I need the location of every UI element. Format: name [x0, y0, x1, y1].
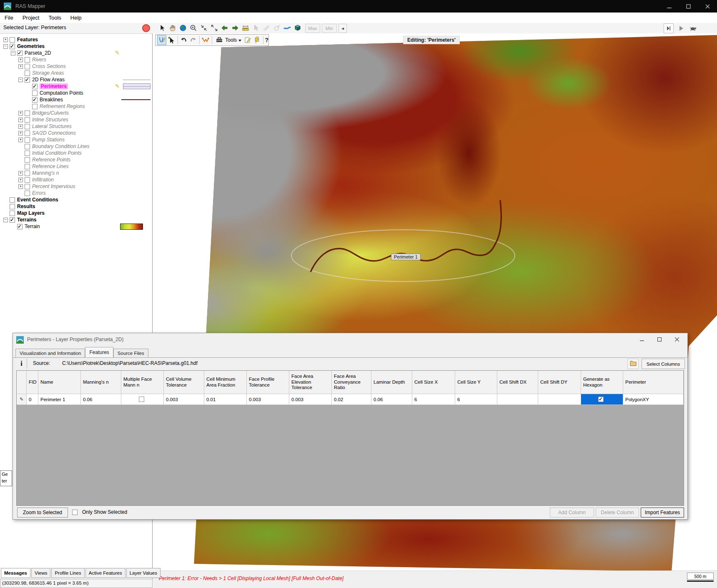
zoom-in-icon[interactable] [199, 23, 208, 33]
only-show-selected-checkbox[interactable] [72, 510, 78, 515]
column-header-cell-volume-tolerance[interactable]: Cell Volume Tolerance [164, 371, 204, 394]
cell-manning-s-n[interactable]: 0.06 [81, 394, 121, 405]
full-extent-globe-icon[interactable] [178, 23, 188, 33]
layer-checkbox[interactable] [32, 90, 38, 96]
close-icon[interactable] [698, 0, 717, 13]
layer-checkbox[interactable] [25, 137, 30, 143]
select-cursor-icon[interactable] [158, 23, 167, 33]
tree-item-map-layers[interactable]: Map Layers [0, 210, 152, 216]
tab-features[interactable]: Features [85, 347, 113, 357]
tree-item-computation-points[interactable]: Computation Points [0, 90, 152, 96]
layer-checkbox[interactable] [10, 197, 15, 203]
zoom-magnifier-icon[interactable] [189, 23, 198, 33]
tree-item-errors[interactable]: Errors [0, 190, 152, 196]
tree-item-reference-lines[interactable]: Reference Lines [0, 163, 152, 170]
cell-face-profile-tolerance[interactable]: 0.003 [247, 394, 289, 405]
column-header-multiple-face-mann-n[interactable]: Multiple Face Mann n [121, 371, 164, 394]
cell-multiple-face-mann-n[interactable] [121, 394, 164, 405]
profile-lines-icon[interactable] [262, 23, 271, 33]
previous-view-icon[interactable] [220, 23, 229, 33]
tree-item-parseta-2d[interactable]: −Parseta_2D✎ [0, 50, 152, 56]
table-row[interactable]: ✎0Perimeter 10.060.0030.010.0030.0030.02… [17, 394, 684, 405]
layer-checkbox[interactable] [25, 191, 30, 196]
tree-item-geometries[interactable]: −Geometries [0, 43, 152, 50]
expander-icon[interactable]: + [18, 171, 23, 176]
tree-item-sa-2d-connections[interactable]: +SA/2D Connections [0, 130, 152, 136]
select-vertex-icon[interactable] [167, 35, 175, 45]
play-icon[interactable] [677, 24, 686, 33]
tree-item-features[interactable]: +Features [0, 36, 152, 43]
expander-icon[interactable]: + [18, 184, 23, 189]
bottom-tab-layer-values[interactable]: Layer Values [126, 568, 160, 578]
open-folder-button[interactable] [627, 359, 639, 369]
tree-item-2d-flow-areas[interactable]: −2D Flow Areas [0, 76, 152, 83]
tree-item-results[interactable]: Results [0, 203, 152, 210]
layer-checkbox[interactable] [32, 97, 38, 103]
info-button[interactable]: i [16, 359, 27, 369]
column-header-cell-minimum-area-fraction[interactable]: Cell Minimum Area Fraction [204, 371, 247, 394]
tree-item-percent-impervious[interactable]: +Percent Impervious [0, 183, 152, 190]
bottom-tab-profile-lines[interactable]: Profile Lines [51, 568, 84, 578]
compute-mesh-icon[interactable] [253, 35, 261, 45]
expander-icon[interactable]: − [3, 44, 8, 49]
menu-project[interactable]: Project [18, 15, 44, 21]
layer-checkbox[interactable] [10, 204, 15, 209]
layer-checkbox[interactable] [25, 70, 30, 76]
tree-item-refinement-regions[interactable]: Refinement Regions [0, 103, 152, 110]
layer-checkbox[interactable] [25, 111, 30, 116]
layer-checkbox[interactable] [25, 124, 30, 129]
layer-checkbox[interactable] [25, 177, 30, 183]
cell-checkbox[interactable] [139, 397, 144, 402]
column-header-laminar-depth[interactable]: Laminar Depth [371, 371, 412, 394]
dialog-maximize-icon[interactable] [651, 333, 668, 346]
stop-edit-icon[interactable] [142, 24, 150, 32]
cell-perimeter[interactable]: PolygonXY [623, 394, 684, 405]
add-column-button[interactable]: Add Column [550, 508, 594, 518]
column-header-face-area-conveyance-ratio[interactable]: Face Area Conveyance Ratio [332, 371, 371, 394]
tree-item-reference-points[interactable]: Reference Points [0, 156, 152, 163]
measure-ruler-icon[interactable] [241, 23, 250, 33]
cell-cell-shift-dx[interactable] [497, 394, 538, 405]
cell-fid[interactable]: 0 [27, 394, 38, 405]
column-header-face-area-elevation-tolerance[interactable]: Face Area Elevation Tolerance [289, 371, 332, 394]
cell-face-area-conveyance-ratio[interactable]: 0.02 [332, 394, 371, 405]
layer-checkbox[interactable] [25, 131, 30, 136]
tree-item-storage-areas[interactable]: Storage Areas [0, 70, 152, 76]
step-forward-icon[interactable] [664, 23, 674, 33]
tree-item-infiltration[interactable]: +Infiltration [0, 176, 152, 183]
layer-checkbox[interactable] [25, 57, 30, 63]
layer-checkbox[interactable] [25, 171, 30, 176]
menu-help[interactable]: Help [66, 15, 86, 21]
expander-icon[interactable]: − [18, 78, 23, 82]
max-button[interactable]: Max [305, 24, 320, 33]
new-feature-icon[interactable] [243, 35, 252, 45]
expander-icon[interactable]: + [18, 58, 23, 62]
cell-cell-minimum-area-fraction[interactable]: 0.01 [204, 394, 247, 405]
tree-item-cross-sections[interactable]: +Cross Sections [0, 63, 152, 70]
min-button[interactable]: Min [322, 24, 337, 33]
pan-hand-icon[interactable] [168, 23, 177, 33]
settings-gear-icon[interactable] [272, 23, 281, 33]
tools-dropdown-button[interactable]: Tools [213, 35, 243, 45]
layer-checkbox[interactable] [25, 184, 30, 189]
zoom-extents-icon[interactable] [210, 23, 219, 33]
layer-checkbox[interactable] [25, 64, 30, 69]
tab-visualization-and-information[interactable]: Visualization and Information [15, 349, 85, 357]
column-header-cell-size-y[interactable]: Cell Size Y [455, 371, 497, 394]
cell-generate-as-hexagon[interactable] [581, 394, 623, 405]
layer-checkbox[interactable] [10, 44, 15, 49]
collapse-left-icon[interactable]: ◀ [338, 24, 347, 33]
viewer-3d-cube-icon[interactable] [293, 23, 302, 33]
expander-icon[interactable]: − [3, 218, 8, 222]
column-header-face-profile-tolerance[interactable]: Face Profile Tolerance [247, 371, 289, 394]
bottom-tab-messages[interactable]: Messages [1, 568, 30, 578]
import-features-button[interactable]: Import Features [641, 508, 684, 518]
column-header-name[interactable]: Name [38, 371, 81, 394]
layer-checkbox[interactable] [10, 217, 15, 223]
cell-checkbox[interactable] [598, 397, 604, 402]
draw-polyline-icon[interactable] [201, 35, 210, 45]
column-header-cell-shift-dy[interactable]: Cell Shift DY [538, 371, 581, 394]
animation-speed-turtle-icon[interactable] [689, 24, 698, 33]
layer-checkbox[interactable] [25, 164, 30, 169]
cell-cell-size-x[interactable]: 6 [412, 394, 455, 405]
